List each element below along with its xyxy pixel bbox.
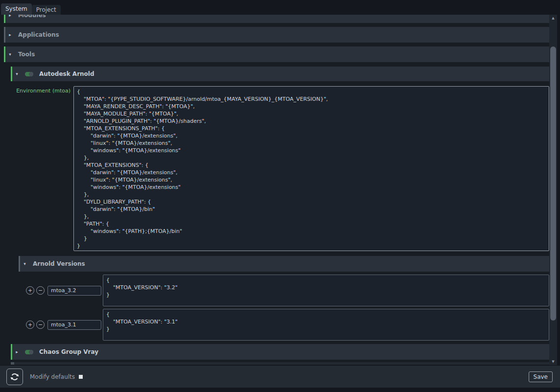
version-row: + − { "MTOA_VERSION": "3.1" } (0, 309, 549, 341)
collapsed-arrow-icon: ▸ (14, 349, 20, 354)
modify-defaults-label: Modify defaults (30, 373, 75, 380)
environment-label: Environment (mtoa) (0, 86, 73, 251)
arnold-enabled-toggle[interactable] (25, 72, 33, 76)
collapsed-arrow-icon: ▸ (7, 15, 13, 18)
horizontal-scrollbar[interactable] (11, 362, 549, 365)
section-label-modules: Modules (18, 15, 46, 19)
section-header-applications[interactable]: ▸ Applications (4, 27, 549, 43)
environment-json-textarea[interactable]: { "MTOA": "{PYPE_STUDIO_SOFTWARE}/arnold… (73, 86, 549, 251)
expanded-arrow-icon: ▾ (14, 71, 20, 76)
section-header-autodesk-arnold[interactable]: ▾ Autodesk Arnold (11, 67, 549, 81)
remove-version-button[interactable]: − (36, 321, 45, 329)
version-key-input[interactable] (47, 286, 101, 296)
settings-scroll-area: ▸ Modules ▸ Applications ▾ Tools ▾ Autod… (0, 15, 549, 365)
section-header-tools[interactable]: ▾ Tools (4, 46, 549, 62)
settings-window: System Project ▸ Modules ▸ Applications … (0, 0, 560, 392)
version-row: + − { "MTOA_VERSION": "3.2" } (0, 275, 549, 306)
toggle-knob (29, 72, 33, 76)
version-json-textarea[interactable]: { "MTOA_VERSION": "3.2" } (103, 275, 549, 306)
tab-system[interactable]: System (1, 3, 32, 15)
section-header-arnold-versions[interactable]: ▾ Arnold Versions (19, 256, 549, 272)
section-label-tools: Tools (18, 51, 35, 58)
section-label-autodesk-arnold: Autodesk Arnold (39, 70, 94, 77)
section-header-chaos-group-vray[interactable]: ▸ Chaos Group Vray (11, 344, 549, 360)
collapsed-arrow-icon: ▸ (7, 32, 13, 37)
add-version-button[interactable]: + (26, 286, 34, 295)
scroll-down-button[interactable]: ▼ (549, 358, 557, 365)
environment-field-row: Environment (mtoa) { "MTOA": "{PYPE_STUD… (0, 86, 549, 251)
footer-bar: Modify defaults Save (0, 365, 560, 388)
section-header-modules[interactable]: ▸ Modules (4, 15, 549, 23)
refresh-button[interactable] (6, 369, 23, 385)
section-label-applications: Applications (18, 31, 59, 38)
horizontal-scrollbar-thumb[interactable] (11, 362, 14, 365)
vertical-scrollbar-thumb[interactable] (550, 46, 556, 321)
version-key-input[interactable] (47, 320, 101, 330)
tab-project[interactable]: Project (32, 5, 61, 15)
save-button[interactable]: Save (529, 371, 553, 382)
refresh-icon (10, 372, 19, 381)
expanded-arrow-icon: ▾ (22, 261, 27, 266)
section-label-arnold-versions: Arnold Versions (33, 260, 85, 267)
vertical-scrollbar[interactable]: ▲ ▼ (549, 15, 557, 365)
version-json-textarea[interactable]: { "MTOA_VERSION": "3.1" } (103, 309, 549, 341)
expanded-arrow-icon: ▾ (7, 52, 13, 57)
toggle-knob (29, 350, 33, 354)
modified-indicator (79, 375, 83, 379)
add-version-button[interactable]: + (26, 321, 34, 329)
vray-enabled-toggle[interactable] (25, 350, 33, 354)
scroll-up-button[interactable]: ▲ (549, 15, 557, 22)
tab-bar: System Project (0, 0, 560, 15)
section-label-chaos-group-vray: Chaos Group Vray (39, 348, 98, 355)
remove-version-button[interactable]: − (36, 286, 45, 295)
